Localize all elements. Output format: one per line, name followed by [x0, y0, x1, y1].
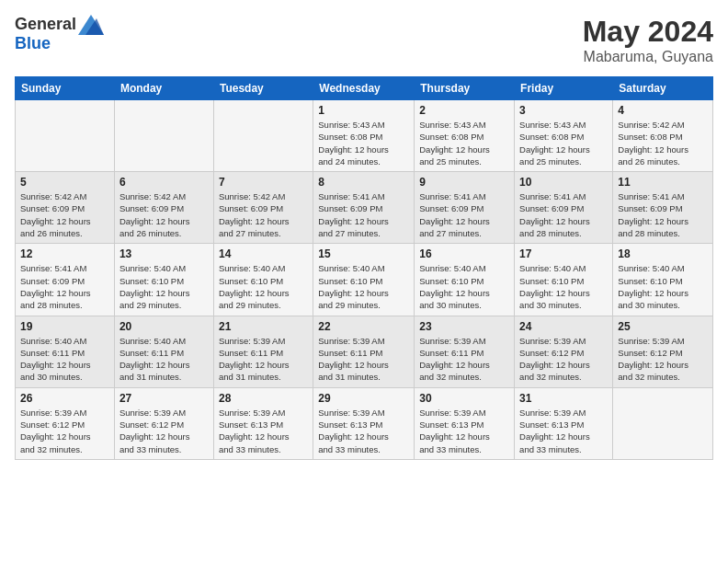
logo-icon: [78, 15, 104, 35]
day-info: Sunrise: 5:40 AM Sunset: 6:10 PM Dayligh…: [419, 262, 509, 311]
calendar-cell: 15Sunrise: 5:40 AM Sunset: 6:10 PM Dayli…: [313, 244, 415, 316]
day-of-week-header: Thursday: [415, 77, 515, 100]
day-info: Sunrise: 5:43 AM Sunset: 6:08 PM Dayligh…: [519, 119, 608, 167]
calendar-week-row: 1Sunrise: 5:43 AM Sunset: 6:08 PM Daylig…: [16, 100, 713, 172]
day-number: 7: [219, 176, 308, 189]
calendar-cell: 5Sunrise: 5:42 AM Sunset: 6:09 PM Daylig…: [16, 172, 115, 244]
calendar-week-row: 19Sunrise: 5:40 AM Sunset: 6:11 PM Dayli…: [16, 316, 713, 387]
calendar-cell: 20Sunrise: 5:40 AM Sunset: 6:11 PM Dayli…: [114, 316, 213, 387]
day-of-week-header: Wednesday: [313, 77, 415, 100]
calendar-cell: 16Sunrise: 5:40 AM Sunset: 6:10 PM Dayli…: [415, 244, 515, 316]
day-number: 4: [618, 104, 708, 117]
calendar-cell: 13Sunrise: 5:40 AM Sunset: 6:10 PM Dayli…: [114, 244, 213, 316]
calendar-cell: 26Sunrise: 5:39 AM Sunset: 6:12 PM Dayli…: [16, 387, 115, 459]
day-number: 27: [119, 392, 209, 405]
title-area: May 2024 Mabaruma, Guyana: [583, 15, 713, 65]
day-info: Sunrise: 5:39 AM Sunset: 6:13 PM Dayligh…: [318, 407, 409, 455]
day-info: Sunrise: 5:40 AM Sunset: 6:10 PM Dayligh…: [519, 262, 608, 311]
day-number: 22: [318, 320, 409, 333]
day-info: Sunrise: 5:41 AM Sunset: 6:09 PM Dayligh…: [419, 190, 509, 239]
day-of-week-header: Sunday: [16, 77, 115, 100]
calendar-header-row: SundayMondayTuesdayWednesdayThursdayFrid…: [16, 77, 713, 100]
day-info: Sunrise: 5:41 AM Sunset: 6:09 PM Dayligh…: [318, 190, 409, 239]
day-info: Sunrise: 5:39 AM Sunset: 6:13 PM Dayligh…: [419, 407, 509, 455]
day-number: 17: [519, 247, 608, 260]
day-info: Sunrise: 5:39 AM Sunset: 6:11 PM Dayligh…: [318, 335, 409, 384]
day-number: 30: [419, 392, 509, 405]
day-number: 21: [219, 320, 308, 333]
day-number: 13: [119, 247, 209, 260]
day-info: Sunrise: 5:40 AM Sunset: 6:10 PM Dayligh…: [618, 262, 708, 311]
day-info: Sunrise: 5:42 AM Sunset: 6:09 PM Dayligh…: [219, 190, 308, 239]
day-info: Sunrise: 5:39 AM Sunset: 6:12 PM Dayligh…: [119, 407, 209, 455]
day-info: Sunrise: 5:39 AM Sunset: 6:11 PM Dayligh…: [219, 335, 308, 384]
day-info: Sunrise: 5:43 AM Sunset: 6:08 PM Dayligh…: [419, 119, 509, 167]
day-of-week-header: Saturday: [613, 77, 713, 100]
day-number: 29: [318, 392, 409, 405]
calendar-cell: [613, 387, 713, 459]
calendar-cell: 25Sunrise: 5:39 AM Sunset: 6:12 PM Dayli…: [613, 316, 713, 387]
calendar-cell: [16, 100, 115, 172]
day-number: 31: [519, 392, 608, 405]
calendar-cell: 11Sunrise: 5:41 AM Sunset: 6:09 PM Dayli…: [613, 172, 713, 244]
logo: General Blue: [15, 15, 104, 53]
day-info: Sunrise: 5:40 AM Sunset: 6:11 PM Dayligh…: [119, 335, 209, 384]
calendar-cell: 29Sunrise: 5:39 AM Sunset: 6:13 PM Dayli…: [313, 387, 415, 459]
calendar-week-row: 5Sunrise: 5:42 AM Sunset: 6:09 PM Daylig…: [16, 172, 713, 244]
calendar-cell: 12Sunrise: 5:41 AM Sunset: 6:09 PM Dayli…: [16, 244, 115, 316]
day-info: Sunrise: 5:42 AM Sunset: 6:08 PM Dayligh…: [618, 119, 708, 167]
day-number: 11: [618, 176, 708, 189]
day-number: 25: [618, 320, 708, 333]
calendar-cell: [213, 100, 313, 172]
calendar-cell: 10Sunrise: 5:41 AM Sunset: 6:09 PM Dayli…: [515, 172, 613, 244]
calendar-cell: 19Sunrise: 5:40 AM Sunset: 6:11 PM Dayli…: [16, 316, 115, 387]
day-number: 28: [219, 392, 308, 405]
day-info: Sunrise: 5:42 AM Sunset: 6:09 PM Dayligh…: [119, 190, 209, 239]
month-year-title: May 2024: [583, 15, 713, 49]
calendar-cell: 22Sunrise: 5:39 AM Sunset: 6:11 PM Dayli…: [313, 316, 415, 387]
calendar-cell: 8Sunrise: 5:41 AM Sunset: 6:09 PM Daylig…: [313, 172, 415, 244]
calendar-cell: 18Sunrise: 5:40 AM Sunset: 6:10 PM Dayli…: [613, 244, 713, 316]
calendar-cell: 27Sunrise: 5:39 AM Sunset: 6:12 PM Dayli…: [114, 387, 213, 459]
logo-blue-text: Blue: [15, 35, 104, 53]
day-of-week-header: Monday: [114, 77, 213, 100]
day-info: Sunrise: 5:40 AM Sunset: 6:11 PM Dayligh…: [20, 335, 109, 384]
day-number: 9: [419, 176, 509, 189]
day-info: Sunrise: 5:40 AM Sunset: 6:10 PM Dayligh…: [119, 262, 209, 311]
day-number: 10: [519, 176, 608, 189]
day-number: 20: [119, 320, 209, 333]
day-info: Sunrise: 5:39 AM Sunset: 6:13 PM Dayligh…: [519, 407, 608, 455]
day-info: Sunrise: 5:39 AM Sunset: 6:11 PM Dayligh…: [419, 335, 509, 384]
day-number: 26: [20, 392, 109, 405]
day-info: Sunrise: 5:40 AM Sunset: 6:10 PM Dayligh…: [318, 262, 409, 311]
day-info: Sunrise: 5:42 AM Sunset: 6:09 PM Dayligh…: [20, 190, 109, 239]
calendar-cell: 21Sunrise: 5:39 AM Sunset: 6:11 PM Dayli…: [213, 316, 313, 387]
day-number: 19: [20, 320, 109, 333]
calendar-week-row: 12Sunrise: 5:41 AM Sunset: 6:09 PM Dayli…: [16, 244, 713, 316]
calendar-cell: 9Sunrise: 5:41 AM Sunset: 6:09 PM Daylig…: [415, 172, 515, 244]
day-info: Sunrise: 5:41 AM Sunset: 6:09 PM Dayligh…: [20, 262, 109, 311]
day-number: 23: [419, 320, 509, 333]
day-number: 18: [618, 247, 708, 260]
day-info: Sunrise: 5:41 AM Sunset: 6:09 PM Dayligh…: [519, 190, 608, 239]
calendar-cell: 31Sunrise: 5:39 AM Sunset: 6:13 PM Dayli…: [515, 387, 613, 459]
calendar-cell: 2Sunrise: 5:43 AM Sunset: 6:08 PM Daylig…: [415, 100, 515, 172]
calendar-cell: 14Sunrise: 5:40 AM Sunset: 6:10 PM Dayli…: [213, 244, 313, 316]
day-info: Sunrise: 5:39 AM Sunset: 6:12 PM Dayligh…: [519, 335, 608, 384]
day-info: Sunrise: 5:43 AM Sunset: 6:08 PM Dayligh…: [318, 119, 409, 167]
day-info: Sunrise: 5:40 AM Sunset: 6:10 PM Dayligh…: [219, 262, 308, 311]
day-number: 2: [419, 104, 509, 117]
day-number: 24: [519, 320, 608, 333]
header: General Blue May 2024 Mabaruma, Guyana: [15, 15, 713, 65]
day-number: 12: [20, 247, 109, 260]
logo-general-text: General: [15, 16, 76, 34]
calendar-cell: 7Sunrise: 5:42 AM Sunset: 6:09 PM Daylig…: [213, 172, 313, 244]
day-number: 14: [219, 247, 308, 260]
calendar-cell: 17Sunrise: 5:40 AM Sunset: 6:10 PM Dayli…: [515, 244, 613, 316]
day-info: Sunrise: 5:39 AM Sunset: 6:12 PM Dayligh…: [618, 335, 708, 384]
day-info: Sunrise: 5:39 AM Sunset: 6:12 PM Dayligh…: [20, 407, 109, 455]
day-number: 6: [119, 176, 209, 189]
calendar-cell: 4Sunrise: 5:42 AM Sunset: 6:08 PM Daylig…: [613, 100, 713, 172]
day-info: Sunrise: 5:41 AM Sunset: 6:09 PM Dayligh…: [618, 190, 708, 239]
calendar-cell: 1Sunrise: 5:43 AM Sunset: 6:08 PM Daylig…: [313, 100, 415, 172]
